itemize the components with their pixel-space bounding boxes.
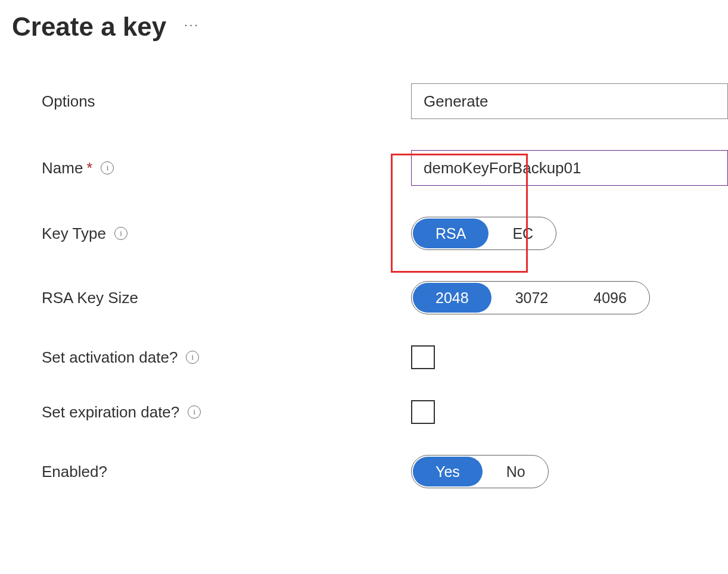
more-actions-icon[interactable]: ··· (184, 18, 200, 35)
info-icon[interactable]: i (186, 351, 199, 364)
expiration-date-checkbox[interactable] (411, 400, 435, 424)
enabled-row: Enabled? Yes No (42, 455, 728, 488)
rsa-key-size-option-4096[interactable]: 4096 (571, 282, 649, 314)
rsa-key-size-option-3072[interactable]: 3072 (493, 282, 571, 314)
enabled-option-no[interactable]: No (484, 456, 548, 488)
options-row: Options Generate (42, 83, 728, 119)
page-header: Create a key ··· (0, 0, 728, 42)
enabled-pill-group: Yes No (411, 455, 549, 488)
key-type-pill-group: RSA EC (411, 217, 556, 250)
info-icon[interactable]: i (114, 227, 127, 240)
enabled-option-yes[interactable]: Yes (413, 457, 483, 486)
rsa-key-size-row: RSA Key Size 2048 3072 4096 (42, 281, 728, 314)
name-label: Name (42, 159, 83, 177)
enabled-label: Enabled? (42, 463, 107, 481)
activation-date-label: Set activation date? (42, 348, 178, 367)
key-type-label: Key Type (42, 224, 106, 243)
options-select[interactable]: Generate (411, 83, 728, 119)
options-label: Options (42, 92, 95, 111)
create-key-form: Options Generate Name * i Key Type i (0, 42, 728, 488)
key-type-option-ec[interactable]: EC (490, 217, 556, 249)
info-icon[interactable]: i (188, 405, 201, 419)
name-input[interactable] (411, 150, 728, 186)
page-title: Create a key (12, 12, 166, 42)
expiration-date-row: Set expiration date? i (42, 400, 728, 424)
activation-date-checkbox[interactable] (411, 345, 435, 369)
expiration-date-label: Set expiration date? (42, 403, 179, 422)
key-type-row: Key Type i RSA EC (42, 217, 728, 250)
info-icon[interactable]: i (101, 161, 114, 174)
activation-date-row: Set activation date? i (42, 345, 728, 369)
key-type-option-rsa[interactable]: RSA (413, 219, 489, 248)
rsa-key-size-option-2048[interactable]: 2048 (413, 283, 491, 313)
required-indicator: * (86, 159, 92, 177)
options-selected-value: Generate (424, 92, 488, 111)
rsa-key-size-pill-group: 2048 3072 4096 (411, 281, 650, 314)
name-row: Name * i (42, 150, 728, 186)
rsa-key-size-label: RSA Key Size (42, 289, 138, 307)
